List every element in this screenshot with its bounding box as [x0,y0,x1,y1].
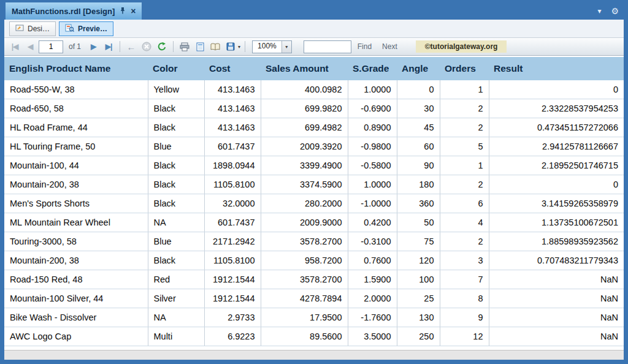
first-page-button[interactable]: |◀ [8,40,21,53]
table-cell: 4278.7894 [261,289,348,308]
table-cell: 699.9820 [261,99,348,118]
table-cell: Men's Sports Shorts [4,194,148,213]
table-cell: Blue [148,232,204,251]
table-cell: Silver [148,289,204,308]
table-cell: 0.7600 [348,251,397,270]
export-button[interactable] [224,40,237,53]
zoom-value: 100% [253,41,281,53]
zoom-select[interactable]: 100% ▾ [252,40,292,53]
report-table-body: Road-550-W, 38Yellow413.1463400.09821.00… [4,80,624,346]
gear-icon[interactable]: ⚙ [611,6,619,16]
preview-toolbar: |◀ ◀ of 1 ▶ ▶| ← ▾ 100% ▾ [4,38,624,56]
table-cell: Blue [148,137,204,156]
chevron-down-icon[interactable]: ▾ [597,7,601,15]
find-link[interactable]: Find [358,42,372,51]
document-tab-title: MathFunctions.rdl [Design] [12,7,115,16]
table-cell: Mountain-200, 38 [4,251,148,270]
table-cell: Bike Wash - Dissolver [4,308,148,327]
stop-button[interactable] [140,40,153,53]
document-tab-bar: MathFunctions.rdl [Design] × ▾ ⚙ [4,2,624,20]
column-header-product: English Product Name [4,57,148,80]
table-cell: Mountain-200, 38 [4,175,148,194]
document-tab[interactable]: MathFunctions.rdl [Design] × [6,2,142,20]
table-cell: 1.88598935923562 [489,232,624,251]
export-dropdown-caret-icon[interactable]: ▾ [238,44,240,50]
close-icon[interactable]: × [131,7,136,15]
view-tab-strip: Desi… Previe… [4,20,624,38]
table-cell: 0.473451157272066 [489,118,624,137]
find-input[interactable] [304,40,351,53]
table-row: Touring-3000, 58Blue2171.29423578.2700-0… [4,232,624,251]
print-layout-button[interactable] [193,40,207,53]
table-cell: 89.5600 [261,327,348,346]
table-cell: 6 [440,194,489,213]
table-cell: NaN [489,289,624,308]
table-cell: 8 [440,289,489,308]
table-cell: 413.1463 [204,99,261,118]
preview-icon [65,24,74,34]
tab-design-label: Desi… [28,25,50,33]
tab-design[interactable]: Desi… [9,21,56,36]
table-cell: Black [148,251,204,270]
back-button[interactable]: ← [124,40,138,53]
print-button[interactable] [178,40,191,53]
watermark-badge: ©tutorialgateway.org [416,40,507,53]
next-link[interactable]: Next [382,42,397,51]
report-preview-area: English Product Name Color Cost Sales Am… [4,56,624,350]
table-cell: Yellow [148,80,204,99]
table-cell: Black [148,194,204,213]
table-cell: 0.4200 [348,213,397,232]
page-number-input[interactable] [39,40,63,53]
tab-preview[interactable]: Previe… [59,21,113,36]
column-header-sgrade: S.Grade [348,57,397,80]
column-header-color: Color [148,57,204,80]
table-cell: HL Road Frame, 44 [4,118,148,137]
table-cell: Road-550-W, 38 [4,80,148,99]
table-cell: 0 [397,80,440,99]
previous-page-button[interactable]: ◀ [23,40,37,53]
next-page-button[interactable]: ▶ [86,40,100,53]
table-cell: 60 [397,137,440,156]
column-header-angle: Angle [397,57,440,80]
table-row: Mountain-100 Silver, 44Silver1912.154442… [4,289,624,308]
table-cell: ML Mountain Rear Wheel [4,213,148,232]
table-cell: 1.5900 [348,270,397,289]
table-cell: Road-150 Red, 48 [4,270,148,289]
table-cell: Black [148,156,204,175]
table-cell: 1.0000 [348,175,397,194]
table-cell: 0 [489,175,624,194]
table-cell: 2009.9000 [261,213,348,232]
table-cell: 699.4982 [261,118,348,137]
table-cell: Touring-3000, 58 [4,232,148,251]
table-row: AWC Logo CapMulti6.922389.56003.50002501… [4,327,624,346]
table-cell: 2 [440,175,489,194]
last-page-button[interactable]: ▶| [102,40,115,53]
table-cell: 75 [397,232,440,251]
page-setup-button[interactable] [209,40,222,53]
titlebar-controls: ▾ ⚙ [597,2,624,20]
column-header-cost: Cost [204,57,261,80]
table-cell: 2171.2942 [204,232,261,251]
table-cell: 6.9223 [204,327,261,346]
refresh-button[interactable] [155,40,169,53]
table-cell: 3578.2700 [261,270,348,289]
table-cell: 130 [397,308,440,327]
toolbar-separator [120,41,120,52]
zoom-caret-icon: ▾ [281,41,291,53]
horizontal-scrollbar[interactable] [4,350,624,360]
table-cell: AWC Logo Cap [4,327,148,346]
table-cell: 12 [440,327,489,346]
table-cell: Black [148,175,204,194]
table-cell: 1898.0944 [204,156,261,175]
table-cell: 413.1463 [204,118,261,137]
table-cell: 2 [440,118,489,137]
table-cell: 413.1463 [204,80,261,99]
table-cell: 9 [440,308,489,327]
pin-icon[interactable] [120,7,126,16]
column-header-orders: Orders [440,57,489,80]
table-cell: 400.0982 [261,80,348,99]
table-cell: 958.7200 [261,251,348,270]
table-row: Bike Wash - DissolverNA2.973317.9500-1.7… [4,308,624,327]
table-cell: 1912.1544 [204,289,261,308]
table-row: Mountain-100, 44Black1898.09443399.4900-… [4,156,624,175]
